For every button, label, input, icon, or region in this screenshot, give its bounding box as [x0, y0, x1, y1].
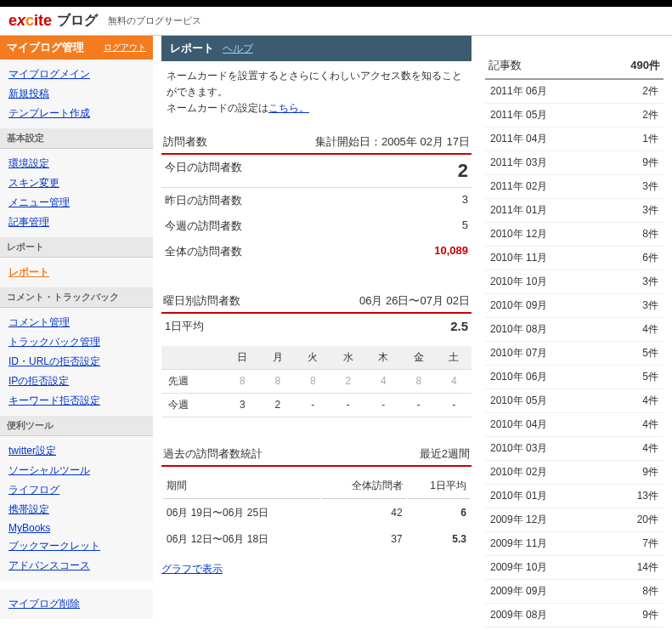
archive-row[interactable]: 2010年 12月8件	[485, 223, 664, 247]
past-table: 期間 全体訪問者 1日平均 06月 19日〜06月 25日42606月 12日〜…	[161, 472, 472, 553]
report-title: レポート	[170, 41, 214, 56]
sidebar-link-lifelog[interactable]: ライフログ	[8, 480, 144, 500]
archive-row[interactable]: 2011年 02月3件	[485, 175, 664, 199]
archive-row[interactable]: 2011年 05月2件	[485, 104, 664, 128]
archive-row[interactable]: 2011年 04月1件	[485, 128, 664, 151]
report-header: レポート ヘルプ	[161, 36, 472, 61]
weekday-avg-row: 1日平均 2.5	[161, 314, 472, 339]
site-logo[interactable]: excite	[8, 12, 52, 30]
archive-row[interactable]: 2010年 08月4件	[485, 318, 664, 342]
visitor-stat-row: 今週の訪問者数5	[161, 213, 472, 239]
sidebar-link-bookmarklet[interactable]: ブックマークレット	[8, 536, 144, 556]
sidebar-link-ip-deny[interactable]: IPの拒否設定	[8, 372, 144, 391]
archive-row[interactable]: 2010年 06月5件	[485, 366, 664, 389]
sidebar-link-twitter[interactable]: twitter設定	[8, 441, 144, 461]
sidebar-section-tools: 便利ツール	[0, 416, 153, 436]
sidebar-link-template[interactable]: テンプレート作成	[8, 104, 144, 123]
archive-row[interactable]: 2010年 10月3件	[485, 270, 664, 294]
sidebar-link-report[interactable]: レポート	[8, 263, 144, 282]
sidebar-link-advance[interactable]: アドバンスコース	[8, 556, 144, 576]
sidebar-link-new-post[interactable]: 新規投稿	[8, 84, 144, 104]
sidebar-link-delete-blog[interactable]: マイブログ削除	[8, 594, 144, 614]
sidebar-link-env[interactable]: 環境設定	[8, 154, 144, 173]
archive-row[interactable]: 2010年 03月4件	[485, 437, 664, 461]
visitor-stat-row: 昨日の訪問者数3	[161, 188, 472, 213]
archive-row[interactable]: 2011年 06月2件	[485, 80, 664, 104]
intro-text: ネームカードを設置するとさらにくわしいアクセス数を知ることができます。 ネームカ…	[161, 61, 472, 124]
sidebar-link-social[interactable]: ソーシャルツール	[8, 461, 144, 480]
archive-row[interactable]: 2010年 01月13件	[485, 485, 664, 508]
archive-row[interactable]: 2010年 05月4件	[485, 389, 664, 413]
archive-row[interactable]: 2009年 08月9件	[485, 604, 664, 627]
site-header: excite ブログ 無料のブログサービス	[0, 7, 672, 36]
visitor-stat-row: 全体の訪問者数10,089	[161, 239, 472, 264]
namecard-link[interactable]: こちら。	[268, 102, 309, 114]
weekday-row: 今週32-----	[161, 393, 472, 417]
past-row: 06月 12日〜06月 18日375.3	[163, 527, 470, 552]
sidebar: マイブログ管理 ログアウト マイブログメイン 新規投稿 テンプレート作成 基本設…	[0, 36, 153, 630]
sidebar-link-comment-mgmt[interactable]: コメント管理	[8, 313, 144, 332]
archive-row[interactable]: 2009年 10月14件	[485, 556, 664, 580]
weekday-table: 日月火水木金土 先週8882484今週32-----	[161, 346, 472, 417]
visitors-section-head: 訪問者数 集計開始日：2005年 02月 17日	[161, 131, 472, 155]
sidebar-section-basic: 基本設定	[0, 128, 153, 149]
sidebar-link-menu[interactable]: メニュー管理	[8, 193, 144, 213]
today-visitors-row: 今日の訪問者数 2	[161, 155, 472, 187]
today-visitors-value: 2	[458, 160, 468, 182]
archive-total: 490件	[630, 58, 660, 73]
weekday-range: 06月 26日〜07月 02日	[359, 293, 470, 309]
logout-link[interactable]: ログアウト	[104, 42, 146, 54]
logo-blog-text: ブログ	[57, 12, 98, 30]
sidebar-link-myblog-main[interactable]: マイブログメイン	[8, 65, 144, 84]
weekday-row: 先週8882484	[161, 369, 472, 393]
past-section-head: 過去の訪問者数統計 最近2週間	[161, 443, 472, 467]
archive-row[interactable]: 2010年 07月5件	[485, 342, 664, 366]
graph-link[interactable]: グラフで表示	[161, 562, 223, 576]
archive-head: 記事数 490件	[485, 53, 664, 80]
archive-row[interactable]: 2009年 12月20件	[485, 508, 664, 532]
archive-row[interactable]: 2010年 09月3件	[485, 294, 664, 318]
sidebar-section-comment: コメント・トラックバック	[0, 287, 153, 308]
archive-row[interactable]: 2011年 03月9件	[485, 151, 664, 175]
main-content: レポート ヘルプ ネームカードを設置するとさらにくわしいアクセス数を知ることがで…	[161, 36, 472, 630]
help-link[interactable]: ヘルプ	[223, 42, 253, 56]
archive-row[interactable]: 2010年 04月4件	[485, 413, 664, 437]
archive-row[interactable]: 2011年 01月3件	[485, 199, 664, 223]
sidebar-section-report: レポート	[0, 237, 153, 258]
sidebar-title: マイブログ管理 ログアウト	[0, 36, 153, 60]
archive-row[interactable]: 2010年 11月6件	[485, 247, 664, 270]
sidebar-link-article[interactable]: 記事管理	[8, 213, 144, 232]
past-row: 06月 19日〜06月 25日426	[163, 501, 470, 525]
top-bar	[0, 0, 672, 7]
archive-row[interactable]: 2009年 09月8件	[485, 580, 664, 604]
archive-row[interactable]: 2010年 02月9件	[485, 461, 664, 485]
sidebar-link-mobile[interactable]: 携帯設定	[8, 500, 144, 519]
sidebar-link-mybooks[interactable]: MyBooks	[8, 519, 144, 536]
archive-row[interactable]: 2009年 11月7件	[485, 532, 664, 556]
tagline: 無料のブログサービス	[108, 14, 201, 27]
weekday-section-head: 曜日別訪問者数 06月 26日〜07月 02日	[161, 290, 472, 314]
sidebar-link-skin[interactable]: スキン変更	[8, 173, 144, 193]
start-date: 集計開始日：2005年 02月 17日	[315, 134, 470, 150]
sidebar-link-trackback[interactable]: トラックバック管理	[8, 332, 144, 352]
sidebar-main-links: マイブログメイン 新規投稿 テンプレート作成	[0, 60, 153, 128]
sidebar-link-keyword-deny[interactable]: キーワード拒否設定	[8, 391, 144, 411]
sidebar-link-id-url-deny[interactable]: ID・URLの拒否設定	[8, 352, 144, 372]
weekday-avg-value: 2.5	[450, 319, 468, 334]
past-range: 最近2週間	[420, 446, 470, 462]
archive-column: 記事数 490件 2011年 06月2件2011年 05月2件2011年 04月…	[485, 36, 664, 630]
